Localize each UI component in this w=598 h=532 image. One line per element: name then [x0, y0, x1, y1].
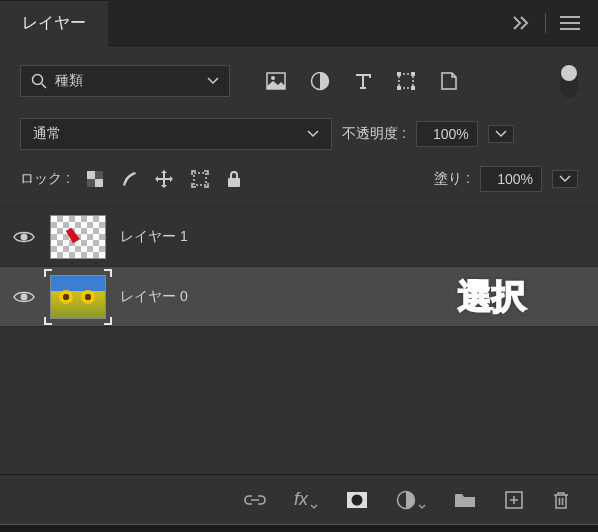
- fill-value[interactable]: 100%: [480, 166, 542, 192]
- svg-rect-14: [228, 178, 240, 187]
- chevron-down-icon: [207, 77, 219, 85]
- blend-mode-label: 通常: [33, 125, 61, 143]
- lock-image-icon[interactable]: [120, 170, 138, 188]
- visibility-icon[interactable]: [13, 229, 35, 245]
- svg-rect-5: [397, 72, 401, 76]
- svg-point-18: [352, 494, 363, 505]
- svg-rect-6: [411, 72, 415, 76]
- svg-point-0: [33, 75, 43, 85]
- resize-grip[interactable]: [0, 524, 598, 532]
- visibility-icon[interactable]: [13, 289, 35, 305]
- filter-toggle[interactable]: [560, 64, 578, 98]
- blend-row: 通常 不透明度 : 100%: [0, 110, 598, 158]
- cursor-icon: [66, 226, 80, 242]
- svg-rect-7: [397, 86, 401, 90]
- selection-bracket: [44, 269, 52, 277]
- svg-rect-8: [411, 86, 415, 90]
- chevron-down-icon: [307, 130, 319, 138]
- bottom-toolbar: fx: [0, 474, 598, 524]
- opacity-dropdown[interactable]: [488, 125, 514, 143]
- layer-row[interactable]: レイヤー 0 選択: [0, 266, 598, 326]
- svg-rect-10: [95, 179, 103, 187]
- layer-name[interactable]: レイヤー 1: [120, 228, 188, 246]
- selection-bracket: [104, 317, 112, 325]
- svg-point-16: [21, 293, 28, 300]
- blend-mode-dropdown[interactable]: 通常: [20, 118, 332, 150]
- smart-object-filter-icon[interactable]: [440, 71, 458, 91]
- fill-label: 塗り :: [434, 170, 470, 188]
- shape-layer-filter-icon[interactable]: [396, 71, 416, 91]
- lock-row: ロック : 塗り : 100%: [0, 158, 598, 200]
- layer-mask-icon[interactable]: [346, 491, 368, 509]
- annotation-label: 選択: [458, 274, 526, 320]
- lock-label: ロック :: [20, 170, 70, 188]
- opacity-label: 不透明度 :: [342, 125, 406, 143]
- adjustment-layer-filter-icon[interactable]: [310, 71, 330, 91]
- svg-rect-13: [194, 173, 206, 185]
- layer-row[interactable]: レイヤー 1: [0, 206, 598, 266]
- type-layer-filter-icon[interactable]: [354, 72, 372, 90]
- selection-bracket: [44, 317, 52, 325]
- lock-transparency-icon[interactable]: [86, 170, 104, 188]
- new-layer-icon[interactable]: [504, 490, 524, 510]
- divider: [545, 13, 546, 33]
- layer-thumbnail[interactable]: [50, 215, 106, 259]
- filter-row: 種類: [0, 46, 598, 110]
- layer-name[interactable]: レイヤー 0: [120, 288, 188, 306]
- svg-point-15: [21, 233, 28, 240]
- collapse-icon[interactable]: [513, 16, 531, 30]
- lock-artboard-icon[interactable]: [190, 169, 210, 189]
- filter-type-dropdown[interactable]: 種類: [20, 65, 230, 97]
- layer-thumbnail[interactable]: [50, 275, 106, 319]
- group-icon[interactable]: [454, 491, 476, 509]
- selection-bracket: [104, 269, 112, 277]
- svg-rect-12: [87, 179, 95, 187]
- fill-dropdown[interactable]: [552, 170, 578, 188]
- link-layers-icon[interactable]: [244, 493, 266, 507]
- layers-panel: レイヤー 種類: [0, 0, 598, 532]
- panel-menu-icon[interactable]: [560, 16, 580, 30]
- svg-rect-11: [95, 171, 103, 179]
- svg-rect-4: [399, 74, 413, 88]
- delete-layer-icon[interactable]: [552, 490, 570, 510]
- svg-rect-9: [87, 171, 95, 179]
- svg-point-2: [271, 76, 275, 80]
- lock-position-icon[interactable]: [154, 169, 174, 189]
- tab-bar: レイヤー: [0, 0, 598, 46]
- pixel-layer-filter-icon[interactable]: [266, 72, 286, 90]
- tab-layers[interactable]: レイヤー: [0, 0, 108, 46]
- layers-list: レイヤー 1 レイヤー 0 選択: [0, 206, 598, 327]
- lock-all-icon[interactable]: [226, 170, 242, 188]
- search-icon: [31, 73, 47, 89]
- adjustment-layer-icon[interactable]: [396, 490, 426, 510]
- layer-style-icon[interactable]: fx: [294, 489, 318, 510]
- opacity-value[interactable]: 100%: [416, 121, 478, 147]
- filter-label: 種類: [55, 72, 83, 90]
